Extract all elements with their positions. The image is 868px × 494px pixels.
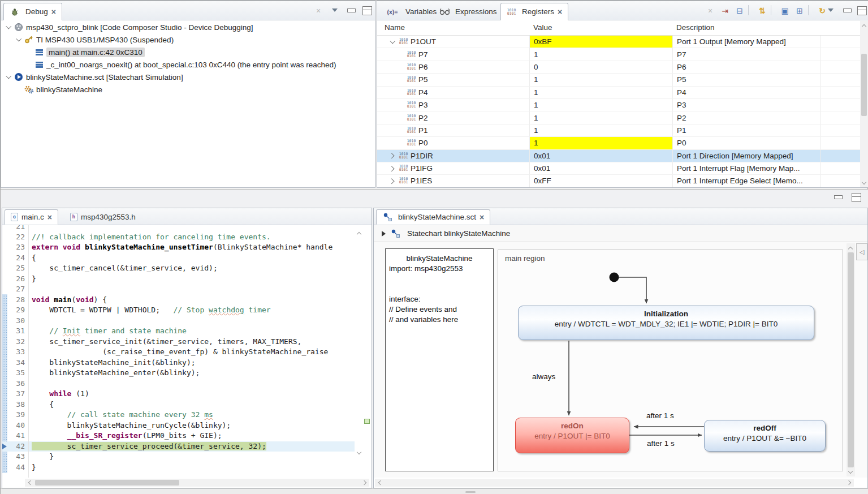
tab-msp430g2553-h[interactable]: h msp430g2553.h — [64, 209, 141, 225]
remove-all-terminated-icon[interactable]: × — [312, 5, 325, 16]
view-menu-icon[interactable] — [332, 8, 338, 12]
column-value[interactable]: Value — [533, 23, 552, 32]
register-row[interactable]: 10100101P31P3 — [377, 99, 860, 111]
collapse-all-icon[interactable]: ⊟ — [733, 5, 746, 16]
tab-expressions[interactable]: Expressions — [434, 3, 503, 20]
register-row[interactable]: 10100101P01P0 — [377, 137, 860, 149]
line-number: 26 — [8, 274, 25, 285]
state-entry-action: entry / P1OUT &= ~BIT0 — [705, 434, 825, 443]
transition-label-after-1s[interactable]: after 1 s — [646, 411, 674, 420]
pin-to-debug-context-icon[interactable]: ⊞ — [793, 5, 806, 16]
statechart-canvas[interactable]: blinkyStateMachineimport: msp430g2553 in… — [374, 242, 867, 478]
show-logical-structure-icon[interactable]: ⇥ — [719, 5, 731, 16]
code-text: blinkyStateMachine_init(&blinky); — [32, 358, 355, 368]
register-value-cell: 1 — [529, 74, 672, 85]
collapse-chevron-icon[interactable] — [390, 39, 395, 45]
debug-tree-row[interactable]: TI MSP430 USB1/MSP430 (Suspended) — [1, 33, 375, 46]
overview-ruler-mark[interactable] — [364, 419, 370, 424]
refresh-icon[interactable]: ↻ — [816, 5, 828, 16]
register-empty-cell — [820, 48, 860, 60]
register-value-cell: 1 — [529, 137, 672, 149]
collapse-chevron-icon[interactable] — [6, 24, 11, 30]
view-menu-icon[interactable] — [828, 8, 834, 12]
collapse-palette-icon[interactable]: ◁ — [856, 243, 867, 260]
register-name: P1DIR — [411, 152, 433, 160]
column-description[interactable]: Description — [676, 23, 715, 32]
close-icon[interactable]: × — [51, 8, 56, 16]
close-icon[interactable]: × — [558, 8, 562, 16]
line-number: 21 — [8, 225, 25, 232]
code-text: { — [32, 400, 355, 410]
debug-tree-row[interactable]: _c_int00_noargs_noexit() at boot_special… — [1, 58, 375, 71]
maximize-icon[interactable] — [362, 6, 372, 14]
collapse-chevron-icon[interactable] — [6, 74, 11, 80]
statechart-vscrollbar[interactable] — [847, 243, 855, 476]
layout-icon[interactable]: ⇅ — [756, 5, 768, 16]
close-icon[interactable]: × — [480, 213, 484, 221]
registers-vscrollbar[interactable] — [860, 21, 868, 187]
minimize-icon[interactable] — [842, 6, 852, 14]
expand-chevron-icon[interactable] — [390, 166, 395, 171]
minimize-icon[interactable] — [833, 193, 843, 201]
state-redOff[interactable]: redOff entry / P1OUT &= ~BIT0 — [704, 420, 826, 452]
open-new-view-icon[interactable]: ▣ — [779, 5, 791, 16]
line-number: 23 — [8, 242, 25, 253]
tab-registers[interactable]: 10100101 Registers × — [500, 3, 568, 20]
minimize-icon[interactable] — [346, 6, 356, 14]
debug-launch-tree[interactable]: msp430_sctpro_blink [Code Composer Studi… — [1, 21, 375, 187]
register-row[interactable]: 10100101P51P5 — [377, 74, 860, 86]
code-area[interactable]: 2122//! callback implementation for canc… — [2, 225, 355, 478]
register-row[interactable]: 10100101P41P4 — [377, 87, 860, 99]
debug-tree-row[interactable]: blinkyStateMachine.sct [Statechart Simul… — [1, 71, 375, 83]
scroll-down-icon[interactable] — [357, 450, 361, 455]
code-line: 21 — [2, 225, 355, 232]
register-row[interactable]: 10100101P1DIR0x01Port 1 Direction [Memor… — [377, 150, 860, 162]
debug-tree-row[interactable]: msp430_sctpro_blink [Code Composer Studi… — [1, 21, 375, 33]
register-empty-cell — [820, 175, 860, 187]
editor-hscrollbar[interactable] — [25, 479, 369, 487]
register-name: P1IFG — [411, 164, 433, 173]
state-initialization[interactable]: Initialization entry / WDTCTL = WDT_MDLY… — [518, 306, 814, 340]
code-line: 23extern void blinkyStateMachine_unsetTi… — [2, 242, 355, 253]
maximize-icon[interactable] — [851, 193, 861, 201]
statechart-breadcrumb[interactable]: Statechart blinkyStateMachine — [374, 225, 867, 242]
tab-registers-label: Registers — [522, 7, 554, 16]
show-type-names-icon[interactable]: × — [704, 5, 716, 16]
register-row[interactable]: 10100101P11P1 — [377, 124, 860, 137]
tab-debug[interactable]: Debug × — [3, 3, 62, 20]
sash[interactable] — [1, 488, 868, 494]
expand-arrow-icon[interactable] — [382, 231, 386, 237]
spec-line: blinkyStateMachine — [389, 254, 490, 264]
state-redOn-active[interactable]: redOn entry / P1OUT |= BIT0 — [515, 418, 629, 453]
main-region[interactable]: main region Initialization entry — [498, 250, 843, 471]
register-row[interactable]: 10100101P1OUT0xBFPort 1 Output [Memory M… — [377, 36, 860, 48]
register-row[interactable]: 10100101P71P7 — [377, 48, 860, 61]
scroll-up-icon[interactable] — [357, 231, 361, 235]
transition-label-after-1s[interactable]: after 1 s — [647, 439, 675, 448]
tab-main-c[interactable]: c main.c × — [5, 209, 58, 225]
code-text: } — [32, 462, 355, 473]
statechart-hscrollbar[interactable] — [375, 479, 854, 487]
register-description-cell: Port 1 Interrupt Edge Select [Memo... — [672, 175, 820, 187]
debug-tree-row[interactable]: blinkyStateMachine — [1, 83, 375, 96]
register-bits-icon: 10100101 — [407, 139, 418, 147]
statechart-spec-box[interactable]: blinkyStateMachineimport: msp430g2553 in… — [385, 248, 494, 471]
register-row[interactable]: 10100101P1IES0xFFPort 1 Interrupt Edge S… — [377, 175, 860, 187]
stack-icon — [34, 62, 44, 68]
close-icon[interactable]: × — [47, 213, 52, 221]
transition-label-always[interactable]: always — [532, 372, 555, 381]
register-row[interactable]: 10100101P1IFG0x01Port 1 Interrupt Flag [… — [377, 162, 860, 175]
maximize-icon[interactable] — [857, 6, 867, 14]
register-row[interactable]: 10100101P60P6 — [377, 61, 860, 74]
sct-file-icon — [382, 213, 392, 221]
debug-tree-row[interactable]: main() at main.c:42 0xC310 — [1, 46, 375, 58]
tab-variables[interactable]: (x)= Variables — [379, 3, 442, 20]
collapse-chevron-icon[interactable] — [16, 37, 21, 42]
expand-chevron-icon[interactable] — [390, 178, 395, 184]
column-name[interactable]: Name — [385, 23, 405, 32]
sash-handle[interactable] — [465, 491, 476, 493]
expand-chevron-icon[interactable] — [390, 153, 395, 158]
register-row[interactable]: 10100101P21P2 — [377, 111, 860, 124]
tab-statechart[interactable]: blinkyStateMachine.sct × — [376, 209, 490, 225]
registers-table[interactable]: 10100101P1OUT0xBFPort 1 Output [Memory M… — [377, 36, 860, 187]
